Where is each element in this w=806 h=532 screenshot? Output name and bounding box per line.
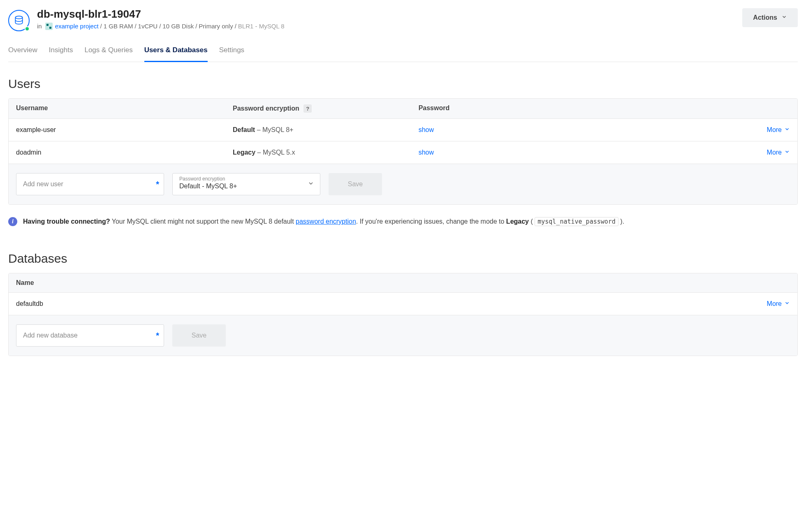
chevron-down-icon bbox=[784, 126, 790, 134]
table-row: example-user Default – MySQL 8+ show Mor… bbox=[9, 119, 797, 141]
tab-logs-queries[interactable]: Logs & Queries bbox=[84, 44, 132, 62]
encryption-select[interactable]: Password encryption Default - MySQL 8+ bbox=[172, 173, 320, 195]
header-left: db-mysql-blr1-19047 in example project /… bbox=[8, 8, 285, 31]
password-encryption-link[interactable]: password encryption bbox=[296, 218, 356, 225]
tabs: Overview Insights Logs & Queries Users &… bbox=[8, 44, 798, 62]
actions-button[interactable]: Actions bbox=[742, 8, 798, 27]
databases-panel: Name defaultdb More * Save bbox=[8, 273, 798, 356]
cell-username: example-user bbox=[16, 126, 233, 134]
tab-insights[interactable]: Insights bbox=[49, 44, 73, 62]
tab-settings[interactable]: Settings bbox=[219, 44, 244, 62]
required-indicator: * bbox=[156, 180, 159, 189]
notice-text: Having trouble connecting? Your MySQL cl… bbox=[23, 216, 624, 227]
database-icon bbox=[8, 10, 30, 31]
project-link[interactable]: example project bbox=[55, 23, 99, 30]
cell-username: doadmin bbox=[16, 149, 233, 156]
page-title: db-mysql-blr1-19047 bbox=[37, 8, 285, 20]
chevron-down-icon bbox=[781, 14, 787, 21]
spec-ram: 1 GB RAM bbox=[104, 23, 133, 30]
breadcrumb: in example project / 1 GB RAM / 1vCPU / … bbox=[37, 23, 285, 30]
code-snippet: mysql_native_password bbox=[535, 217, 618, 226]
col-password: Password bbox=[419, 104, 790, 113]
required-indicator: * bbox=[156, 331, 159, 340]
show-password-link[interactable]: show bbox=[419, 149, 434, 156]
col-encryption: Password encryption ? bbox=[233, 104, 419, 113]
info-icon: i bbox=[8, 217, 17, 226]
add-database-input-wrap: * bbox=[16, 324, 164, 347]
table-row: doadmin Legacy – MySQL 5.x show More bbox=[9, 141, 797, 164]
users-panel: Username Password encryption ? Password … bbox=[8, 98, 798, 205]
svg-point-0 bbox=[15, 16, 22, 19]
status-dot-online bbox=[25, 26, 30, 31]
spec-disk: 10 GB Disk bbox=[162, 23, 194, 30]
cell-dbname: defaultdb bbox=[16, 300, 43, 308]
actions-label: Actions bbox=[753, 14, 777, 21]
save-database-button[interactable]: Save bbox=[172, 324, 226, 347]
tab-overview[interactable]: Overview bbox=[8, 44, 37, 62]
add-user-row: * Password encryption Default - MySQL 8+… bbox=[9, 164, 797, 204]
add-user-input[interactable] bbox=[16, 173, 164, 195]
spec-region-engine: BLR1 - MySQL 8 bbox=[238, 23, 285, 30]
table-row: defaultdb More bbox=[9, 293, 797, 315]
users-table-header: Username Password encryption ? Password bbox=[9, 99, 797, 119]
add-database-row: * Save bbox=[9, 315, 797, 356]
cell-encryption: Legacy – MySQL 5.x bbox=[233, 149, 419, 156]
chevron-down-icon bbox=[784, 149, 790, 156]
help-icon[interactable]: ? bbox=[303, 104, 312, 113]
chevron-down-icon bbox=[784, 300, 790, 308]
spec-topology: Primary only bbox=[199, 23, 233, 30]
more-menu[interactable]: More bbox=[767, 126, 790, 134]
project-icon bbox=[45, 23, 53, 30]
col-username: Username bbox=[16, 104, 233, 113]
spec-cpu: 1vCPU bbox=[138, 23, 158, 30]
encryption-select-value: Default - MySQL 8+ bbox=[179, 182, 303, 191]
add-database-input[interactable] bbox=[16, 324, 164, 347]
databases-table-header: Name bbox=[9, 273, 797, 293]
more-menu[interactable]: More bbox=[767, 300, 790, 308]
cell-encryption: Default – MySQL 8+ bbox=[233, 126, 419, 134]
breadcrumb-in: in bbox=[37, 23, 42, 30]
more-menu[interactable]: More bbox=[767, 149, 790, 156]
users-heading: Users bbox=[8, 77, 798, 91]
show-password-link[interactable]: show bbox=[419, 126, 434, 133]
chevron-down-icon bbox=[308, 180, 314, 188]
save-user-button[interactable]: Save bbox=[329, 173, 382, 195]
page-header: db-mysql-blr1-19047 in example project /… bbox=[8, 8, 798, 31]
databases-heading: Databases bbox=[8, 252, 798, 266]
col-name: Name bbox=[16, 279, 34, 287]
encryption-select-label: Password encryption bbox=[179, 176, 303, 182]
title-block: db-mysql-blr1-19047 in example project /… bbox=[37, 8, 285, 30]
tab-users-databases[interactable]: Users & Databases bbox=[144, 44, 208, 62]
add-user-input-wrap: * bbox=[16, 173, 164, 195]
connection-notice: i Having trouble connecting? Your MySQL … bbox=[8, 216, 798, 227]
